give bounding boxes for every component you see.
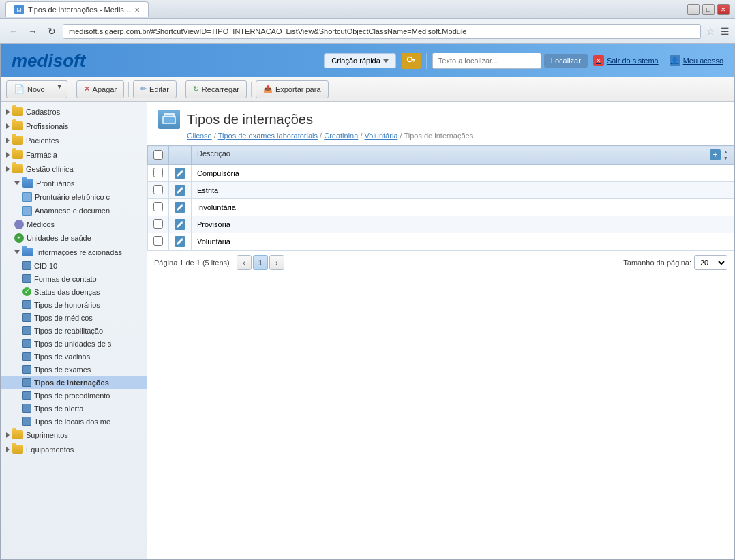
table-row: Voluntária — [148, 233, 734, 250]
editar-button[interactable]: ✏ Editar — [133, 80, 177, 98]
close-btn[interactable]: ✕ — [717, 4, 730, 15]
row-checkbox[interactable] — [153, 168, 163, 177]
sidebar-item-status-doencas[interactable]: ✓ Status das doenças — [1, 285, 147, 298]
small-doc-icon-tipos-medicos — [22, 313, 31, 322]
sidebar-item-tipos-alerta[interactable]: Tipos de alerta — [1, 402, 147, 415]
sidebar-item-tipos-locais[interactable]: Tipos de locais dos mé — [1, 415, 147, 428]
sidebar-item-suprimentos[interactable]: Suprimentos — [1, 428, 147, 442]
breadcrumb-creatinina[interactable]: Creatinina — [324, 132, 358, 140]
sidebar-item-prontuarios[interactable]: Prontuários — [1, 176, 147, 190]
minimize-btn[interactable]: — — [687, 4, 700, 15]
row-edit-icon[interactable] — [175, 168, 185, 179]
sidebar-item-unidades[interactable]: + Unidades de saúde — [1, 231, 147, 245]
sidebar-item-formas-contato[interactable]: Formas de contato — [1, 272, 147, 285]
forward-btn[interactable]: → — [25, 23, 41, 40]
folder-icon-farmacia — [12, 150, 23, 159]
toolbar-sep3 — [181, 82, 181, 97]
row-checkbox[interactable] — [153, 236, 163, 246]
header-divider — [426, 53, 427, 69]
row-checkbox[interactable] — [153, 219, 163, 229]
small-doc-icon-locais — [22, 417, 31, 426]
exportar-button[interactable]: 📤 Exportar para — [256, 80, 329, 98]
small-doc-icon-exames — [22, 365, 31, 374]
row-checkbox-cell — [148, 216, 169, 233]
sort-down-icon[interactable]: ▼ — [723, 156, 728, 161]
table-body: Compulsória Estrita Involuntária — [148, 165, 734, 250]
tab-close-btn[interactable]: ✕ — [134, 6, 140, 14]
content-title-icon — [158, 110, 180, 129]
address-bar[interactable] — [63, 24, 701, 39]
reload-btn[interactable]: ↻ — [44, 23, 60, 40]
breadcrumb-glicose[interactable]: Glicose — [187, 132, 212, 140]
svg-rect-2 — [413, 61, 415, 62]
search-input[interactable] — [432, 53, 541, 69]
sidebar-item-tipos-medicos[interactable]: Tipos de médicos — [1, 311, 147, 324]
sidebar-item-tipos-internacoes[interactable]: Tipos de internações — [1, 376, 147, 389]
sidebar-item-medicos[interactable]: Médicos — [1, 218, 147, 231]
expand-icon-cadastros — [6, 109, 10, 115]
svg-point-0 — [407, 57, 412, 62]
back-btn[interactable]: ← — [5, 23, 22, 40]
novo-dropdown-btn[interactable]: ▼ — [52, 80, 68, 98]
sidebar-item-profissionais[interactable]: Profissionais — [1, 119, 147, 133]
row-descricao: Provisória — [192, 216, 734, 233]
browser-tab[interactable]: M Tipos de internações - Medis... ✕ — [5, 1, 149, 17]
svg-rect-1 — [411, 59, 415, 61]
quick-create-btn[interactable]: Criação rápida — [324, 53, 396, 68]
key-icon — [406, 56, 416, 65]
sidebar-item-tipos-honorarios[interactable]: Tipos de honorários — [1, 298, 147, 311]
sidebar-item-tipos-exames[interactable]: Tipos de exames — [1, 363, 147, 376]
row-checkbox[interactable] — [153, 185, 163, 194]
row-edit-icon[interactable] — [175, 202, 185, 213]
sidebar-item-informacoes[interactable]: Informações relacionadas — [1, 245, 147, 259]
breadcrumb-tipos-exames[interactable]: Tipos de exames laboratoriais — [218, 132, 318, 140]
current-page-btn[interactable]: 1 — [253, 255, 268, 270]
sidebar-item-tipos-vacinas[interactable]: Tipos de vacinas — [1, 350, 147, 363]
sidebar-item-prontuario-eletronico[interactable]: Prontuário eletrônico c — [1, 190, 147, 204]
menu-icon[interactable]: ☰ — [721, 26, 730, 37]
sidebar-item-equipamentos[interactable]: Equipamentos — [1, 442, 147, 456]
key-icon-btn[interactable] — [402, 53, 421, 69]
select-all-checkbox[interactable] — [153, 150, 163, 160]
row-descricao: Voluntária — [192, 233, 734, 250]
sidebar-item-anamnese[interactable]: Anamnese e documen — [1, 204, 147, 218]
sidebar-item-gestao[interactable]: Gestão clínica — [1, 162, 147, 176]
apagar-button[interactable]: ✕ Apagar — [76, 80, 124, 98]
nav-bar: ← → ↻ ☆ ☰ — [0, 19, 735, 44]
next-page-btn[interactable]: › — [269, 255, 284, 270]
pencil-icon — [177, 221, 183, 228]
sidebar-item-tipos-unidades[interactable]: Tipos de unidades de s — [1, 337, 147, 350]
meu-acesso-link[interactable]: 👤 Meu acesso — [670, 55, 723, 66]
maximize-btn[interactable]: □ — [702, 4, 715, 15]
expand-icon-pacientes — [6, 138, 10, 143]
row-edit-icon[interactable] — [175, 219, 185, 230]
sidebar-item-tipos-reab[interactable]: Tipos de reabilitação — [1, 324, 147, 337]
sidebar-item-cid10[interactable]: CID 10 — [1, 259, 147, 272]
breadcrumb-voluntaria[interactable]: Voluntária — [365, 132, 398, 140]
content-header: Tipos de internações Glicose / Tipos de … — [147, 102, 734, 145]
novo-button[interactable]: 📄 Novo — [6, 80, 52, 98]
sidebar-item-cadastros[interactable]: Cadastros — [1, 104, 147, 119]
small-doc-icon-internacoes — [22, 378, 31, 387]
sidebar-item-pacientes[interactable]: Pacientes — [1, 133, 147, 147]
recarregar-button[interactable]: ↻ Recarregar — [185, 80, 247, 98]
page-title: Tipos de internações — [187, 112, 313, 128]
table-row: Provisória — [148, 216, 734, 233]
table-add-column-btn[interactable]: + — [710, 149, 721, 160]
row-edit-icon[interactable] — [175, 236, 185, 247]
search-button[interactable]: Localizar — [544, 54, 588, 68]
page-size-select[interactable]: 20 50 100 — [694, 255, 728, 270]
editar-icon: ✏ — [140, 85, 147, 93]
sidebar-item-farmacia[interactable]: Farmácia — [1, 147, 147, 162]
small-doc-icon-reab — [22, 326, 31, 335]
row-edit-icon[interactable] — [175, 185, 185, 196]
expand-icon-prontuarios — [14, 181, 20, 185]
row-checkbox[interactable] — [153, 202, 163, 211]
sair-link[interactable]: ✕ Sair do sistema — [593, 55, 659, 66]
expand-icon-farmacia — [6, 152, 10, 158]
bookmark-icon[interactable]: ☆ — [706, 26, 715, 37]
sort-up-icon[interactable]: ▲ — [723, 149, 728, 155]
sidebar-item-tipos-proc[interactable]: Tipos de procedimento — [1, 389, 147, 402]
prev-page-btn[interactable]: ‹ — [237, 255, 252, 270]
toolbar-sep2 — [128, 82, 129, 97]
